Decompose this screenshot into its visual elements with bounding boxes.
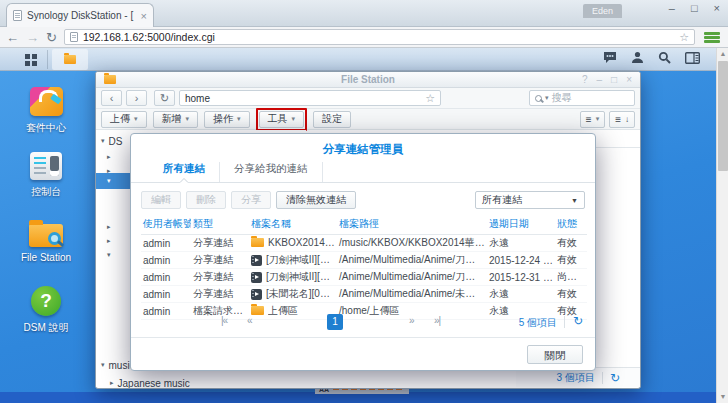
fs-path-input[interactable]: home ☆ [179, 90, 441, 106]
browser-reload-button[interactable]: ↻ [46, 31, 57, 44]
scroll-down-icon[interactable]: ▼ [717, 391, 728, 403]
fs-maximize-button[interactable]: □ [611, 74, 617, 85]
file-station-task-icon [64, 55, 76, 64]
fs-forward-button[interactable]: › [126, 90, 147, 106]
tab-title: Synology DiskStation - [ [27, 10, 136, 21]
expiry-cell: 永遠 [487, 286, 555, 303]
tree-item[interactable]: ▸ [107, 220, 111, 234]
desktop-icon-dsm-help[interactable]: ? DSM 說明 [4, 286, 88, 335]
fs-favorite-star-icon[interactable]: ☆ [425, 92, 435, 105]
fs-search-placeholder: 搜尋 [552, 91, 572, 105]
desktop-icon-label: File Station [21, 252, 71, 263]
user-cell: admin [141, 269, 191, 286]
status-cell: 有效 [555, 235, 587, 252]
table-row[interactable]: admin分享連結[刀劍神域II][08.../Anime/Multimedia… [141, 269, 587, 286]
tree-expand-icon[interactable]: ▾ [101, 137, 105, 145]
scrollbar-thumb[interactable] [718, 61, 728, 171]
user-options-icon[interactable] [631, 51, 644, 64]
link-type-filter-select[interactable]: 所有連結 ▼ [475, 191, 585, 209]
table-row[interactable]: admin分享連結KKBOX2014華.../music/KKBOX/KKBOX… [141, 235, 587, 252]
page-scrollbar[interactable]: ▲ ▼ [716, 48, 728, 403]
select-caret-icon: ▼ [571, 197, 578, 204]
column-file-path[interactable]: 檔案路徑 [337, 215, 487, 235]
dialog-footer: 關閉 [131, 337, 595, 370]
tree-expand-icon[interactable]: ▾ [101, 361, 105, 369]
dialog-refresh-icon[interactable]: ↻ [573, 315, 583, 327]
first-page-button[interactable]: |« [221, 315, 227, 326]
type-cell: 分享連結 [191, 269, 249, 286]
scroll-up-icon[interactable]: ▲ [717, 48, 728, 60]
tree-expand-icon[interactable]: ▸ [110, 379, 114, 387]
column-expiry[interactable]: 過期日期 [487, 215, 555, 235]
browser-window-controls: – □ × [669, 2, 720, 14]
upload-button[interactable]: 上傳▾ [101, 111, 147, 128]
delete-button[interactable]: 刪除 [186, 191, 226, 209]
url-text[interactable]: 192.168.1.62:5000/index.cgi [83, 31, 674, 43]
tree-root-item[interactable]: ▾ DS [101, 134, 122, 148]
desktop-icon-file-station[interactable]: File Station [4, 220, 88, 263]
column-file-name[interactable]: 檔案名稱 [249, 215, 337, 235]
next-page-button[interactable]: » [409, 315, 414, 326]
tab-close-icon[interactable]: × [141, 11, 147, 21]
fs-refresh-button[interactable]: ↻ [154, 90, 175, 106]
user-cell: admin [141, 235, 191, 252]
fs-back-button[interactable]: ‹ [101, 90, 122, 106]
browser-minimize-button[interactable]: – [669, 2, 675, 14]
notifications-icon[interactable] [603, 51, 617, 64]
browser-toolbar: ← → ↻ 192.168.1.62:5000/index.cgi ☆ [0, 27, 728, 48]
fs-close-button[interactable]: × [626, 74, 632, 85]
edit-button[interactable]: 編輯 [141, 191, 181, 209]
column-user[interactable]: 使用者帳號 [141, 215, 191, 235]
sort-button[interactable]: ≡↓ [609, 111, 635, 128]
share-button[interactable]: 分享 [231, 191, 271, 209]
desktop-icon-package-center[interactable]: 套件中心 [4, 87, 88, 135]
widgets-panel-icon[interactable] [685, 52, 700, 64]
action-button[interactable]: 操作▾ [204, 111, 250, 128]
tree-item[interactable]: ▸ [107, 234, 111, 248]
bookmark-star-icon[interactable]: ☆ [679, 31, 689, 44]
main-menu-button[interactable] [14, 50, 48, 69]
fs-minimize-button[interactable]: – [597, 74, 603, 85]
tree-item[interactable]: ▸ [107, 150, 111, 164]
dialog-tabs: 所有連結 分享給我的連結 [131, 159, 595, 183]
browser-close-button[interactable]: × [714, 2, 720, 14]
browser-profile-chip[interactable]: Eden [583, 4, 622, 18]
browser-back-button[interactable]: ← [6, 31, 19, 44]
tab-all-links[interactable]: 所有連結 [149, 162, 220, 182]
clear-invalid-links-button[interactable]: 清除無效連結 [276, 191, 356, 209]
address-bar[interactable]: 192.168.1.62:5000/index.cgi ☆ [64, 29, 695, 45]
column-status[interactable]: 狀態 [555, 215, 587, 235]
dsm-help-icon: ? [31, 286, 61, 316]
tools-button[interactable]: 工具▾ [259, 111, 305, 128]
tab-links-shared-with-me[interactable]: 分享給我的連結 [220, 162, 323, 182]
desktop-icon-label: 套件中心 [26, 121, 66, 135]
table-row[interactable]: admin分享連結[刀劍神域II][06.../Anime/Multimedia… [141, 252, 587, 269]
path-cell: /Anime/Multimedia/Anime/刀劍神域II/[刀... [337, 269, 487, 286]
desktop-icon-control-panel[interactable]: 控制台 [4, 152, 88, 199]
file-station-titlebar[interactable]: File Station ? – □ × [96, 72, 640, 88]
fs-list-refresh-icon[interactable]: ↻ [610, 372, 620, 384]
view-mode-button[interactable]: ≡▾ [580, 111, 605, 128]
page-icon [70, 32, 78, 42]
file-name-cell: KKBOX2014華... [249, 235, 337, 252]
browser-maximize-button[interactable]: □ [691, 2, 698, 14]
tree-item[interactable]: ▾ [107, 248, 111, 262]
prev-page-button[interactable]: « [247, 315, 252, 326]
current-page-badge[interactable]: 1 [327, 314, 343, 330]
fs-search-input[interactable]: ▾ 搜尋 [529, 90, 635, 106]
taskbar-file-station-button[interactable] [52, 49, 88, 70]
fs-help-button[interactable]: ? [582, 74, 588, 85]
fs-search-caret-icon: ▾ [545, 94, 549, 102]
settings-button[interactable]: 設定 [313, 111, 351, 128]
browser-menu-button[interactable] [702, 30, 722, 45]
status-cell: 有效 [555, 252, 587, 269]
browser-tab[interactable]: Synology DiskStation - [ × [6, 3, 154, 27]
create-button[interactable]: 新增▾ [153, 111, 199, 128]
browser-forward-button[interactable]: → [26, 31, 39, 44]
search-icon[interactable] [658, 51, 671, 64]
column-type[interactable]: 類型 [191, 215, 249, 235]
tree-item-japanese-music[interactable]: ▸ Japanese music [110, 376, 190, 389]
last-page-button[interactable]: »| [434, 315, 440, 326]
table-row[interactable]: admin分享連結[未聞花名][04].../Anime/Multimedia/… [141, 286, 587, 303]
close-button[interactable]: 關閉 [527, 345, 583, 364]
